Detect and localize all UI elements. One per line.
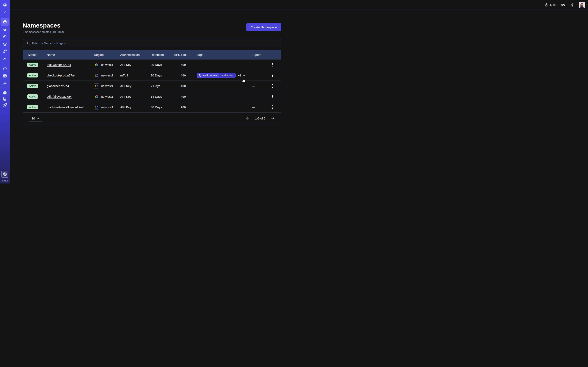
filter-input[interactable]: [32, 42, 281, 45]
sidebar-item-billing[interactable]: [3, 74, 7, 78]
sidebar-item-nexus[interactable]: [3, 57, 7, 61]
row-menu-button[interactable]: [271, 104, 274, 110]
authentication-cell: API Key: [120, 84, 151, 88]
region-cell: us-west1: [94, 105, 120, 110]
gcp-cloud-icon: [94, 73, 99, 78]
sidebar-item-getting-started[interactable]: [3, 103, 7, 107]
aps-limit-cell: 400: [174, 74, 197, 77]
tags-expand-button[interactable]: [242, 74, 246, 77]
namespace-link[interactable]: sdk-failover.a27a4: [47, 95, 72, 98]
column-header-retention: Retention: [151, 53, 174, 57]
sidebar-expand-button[interactable]: [3, 10, 7, 14]
previous-page-button[interactable]: [246, 116, 250, 120]
actions-cell: [270, 62, 281, 68]
tags-cell: environment production +1: [197, 73, 249, 78]
page-range-label: 1-5 of 5: [255, 117, 265, 120]
region-cell: us-west1: [94, 73, 120, 78]
export-value: —: [252, 84, 255, 88]
export-value: —: [252, 74, 255, 77]
row-menu-button[interactable]: [271, 72, 274, 78]
page-header: Namespaces 5 Namespaces created (100 lim…: [23, 22, 281, 33]
billing-card-icon: [3, 74, 7, 78]
namespace-link[interactable]: test-worker.a27a4: [47, 63, 71, 67]
name-cell: quickstart-workflows.a27a4: [47, 105, 94, 109]
gcp-cloud-icon: [94, 83, 99, 89]
status-badge: Active: [27, 63, 38, 67]
tag-icon: [199, 74, 201, 77]
authentication-cell: mTLS: [120, 74, 151, 77]
namespace-link[interactable]: globalizer.a27a4: [47, 84, 69, 88]
pagination-bar: 10 1-5 of 5: [23, 112, 281, 124]
nexus-asterisk-icon: [3, 57, 7, 61]
sidebar-item-deployments[interactable]: [3, 42, 7, 46]
gcp-cloud-icon: [94, 105, 99, 110]
sidebar-item-workflows[interactable]: [3, 27, 7, 31]
namespaces-table: Status Name Region Authentication Retent…: [23, 50, 281, 124]
authentication-cell: API Key: [120, 63, 151, 67]
table-row: Active quickstart-workflows.a27a4 us-wes…: [23, 102, 281, 112]
chevron-right-icon: [3, 10, 7, 14]
timer-icon: [3, 35, 7, 39]
next-page-button[interactable]: [270, 116, 275, 120]
sidebar-item-docs[interactable]: [3, 97, 7, 101]
sidebar-divider: [0, 88, 10, 88]
page-size-value: 10: [32, 117, 35, 120]
pricing-badge-dollar-icon: [3, 172, 7, 176]
spiral-icon: [3, 27, 7, 31]
namespace-link[interactable]: checkout-prod.a27a4: [47, 74, 76, 77]
tag-key: environment: [203, 74, 218, 77]
row-menu-button[interactable]: [271, 62, 274, 68]
region-cell: us-west1: [94, 83, 120, 89]
column-header-export: Export: [249, 53, 270, 57]
namespaces-cube-icon: [3, 20, 7, 24]
sidebar-item-batch-operations[interactable]: [3, 49, 7, 53]
row-menu-button[interactable]: [271, 83, 274, 89]
status-cell: Active: [23, 105, 47, 109]
actions-cell: [270, 83, 281, 89]
workflow-branch-icon: [3, 49, 7, 53]
column-header-tags: Tags: [197, 53, 249, 57]
table-row: Active checkout-prod.a27a4 us-west1 mTLS…: [23, 70, 281, 81]
main-content: Namespaces 5 Namespaces created (100 lim…: [10, 10, 294, 124]
kebab-icon: [272, 105, 273, 106]
sidebar: 2.35.1: [0, 0, 10, 184]
column-header-status: Status: [23, 53, 47, 57]
status-cell: Active: [23, 73, 47, 77]
page-subtitle: 5 Namespaces created (100 limit): [23, 30, 64, 33]
region-label: us-west1: [101, 95, 113, 98]
region-label: us-west1: [101, 105, 113, 109]
kebab-icon: [272, 74, 273, 75]
kebab-icon: [272, 84, 273, 85]
create-namespace-button[interactable]: Create Namespace: [246, 23, 281, 31]
support-lifebuoy-icon: [3, 91, 7, 95]
settings-gear-icon: [3, 81, 7, 85]
retention-cell: 30 Days: [151, 105, 174, 109]
name-cell: checkout-prod.a27a4: [47, 74, 94, 77]
authentication-cell: API Key: [120, 95, 151, 98]
actions-cell: [270, 104, 281, 110]
tag-chip[interactable]: environment production: [197, 73, 236, 78]
table-row: Active sdk-failover.a27a4 us-west1 API K…: [23, 91, 281, 102]
sidebar-item-namespaces[interactable]: [1, 18, 9, 26]
namespace-link[interactable]: quickstart-workflows.a27a4: [47, 105, 84, 109]
row-menu-button[interactable]: [271, 94, 274, 100]
sidebar-item-usage[interactable]: [3, 67, 7, 71]
sidebar-item-support[interactable]: [3, 91, 7, 95]
search-icon: [27, 42, 30, 45]
chevron-down-icon: [37, 117, 39, 120]
region-cell: us-west1: [94, 94, 120, 99]
temporal-logo[interactable]: [2, 2, 8, 8]
aps-limit-cell: 400: [174, 63, 197, 67]
column-header-aps-limit: APS Limit: [174, 53, 197, 57]
sidebar-item-settings[interactable]: [3, 81, 7, 85]
page-size-select[interactable]: 10: [29, 115, 42, 122]
retention-cell: 7 Days: [151, 84, 174, 88]
tag-value: production: [219, 73, 235, 77]
retention-cell: 14 Days: [151, 95, 174, 98]
pricing-button[interactable]: [1, 171, 8, 178]
status-badge: Active: [27, 105, 38, 109]
gcp-cloud-icon: [94, 94, 99, 99]
sidebar-item-schedules[interactable]: [3, 35, 7, 39]
actions-cell: [270, 72, 281, 78]
export-value: —: [252, 63, 255, 67]
